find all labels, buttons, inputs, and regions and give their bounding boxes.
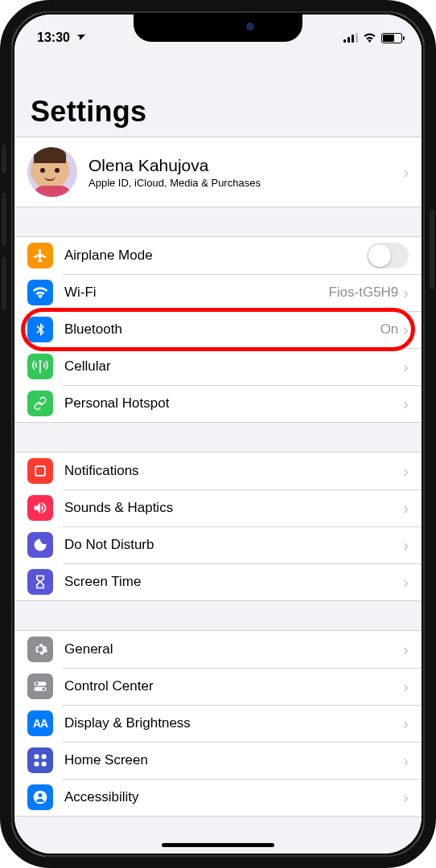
display-row[interactable]: AADisplay & Brightness› — [14, 705, 422, 742]
screentime-label: Screen Time — [64, 574, 403, 590]
svg-rect-8 — [35, 762, 39, 767]
wifi-icon — [27, 280, 53, 305]
moon-icon — [27, 532, 53, 558]
chevron-right-icon: › — [403, 573, 409, 592]
homescreen-row[interactable]: Home Screen› — [14, 742, 422, 779]
svg-rect-6 — [35, 755, 39, 760]
svg-rect-7 — [42, 755, 47, 760]
chevron-right-icon: › — [403, 284, 409, 302]
chevron-right-icon: › — [403, 788, 409, 807]
bluetooth-row[interactable]: BluetoothOn› — [14, 311, 422, 348]
notifications-label: Notifications — [64, 463, 403, 479]
svg-rect-1 — [36, 467, 44, 475]
bluetooth-icon — [27, 317, 53, 342]
status-time: 13:30 — [37, 31, 70, 45]
location-icon — [73, 30, 88, 45]
speaker-icon — [27, 495, 53, 521]
grid-icon — [27, 747, 53, 773]
controlcenter-label: Control Center — [64, 678, 403, 694]
chevron-right-icon: › — [403, 641, 409, 659]
wifi-row[interactable]: Wi-FiFios-tG5H9› — [14, 274, 422, 311]
AA-icon: AA — [27, 710, 53, 736]
home-indicator[interactable] — [162, 843, 274, 847]
wifi-icon — [363, 31, 376, 45]
notifications-row[interactable]: Notifications› — [14, 452, 422, 489]
profile-name: Olena Kahujova — [88, 156, 403, 175]
display-label: Display & Brightness — [64, 715, 403, 731]
bluetooth-value: On — [380, 321, 399, 338]
hotspot-row[interactable]: Personal Hotspot› — [14, 385, 422, 422]
screentime-row[interactable]: Screen Time› — [14, 563, 422, 600]
apple-id-row[interactable]: Olena Kahujova Apple ID, iCloud, Media &… — [14, 137, 422, 207]
link-icon — [27, 391, 53, 416]
chevron-right-icon: › — [403, 395, 409, 413]
svg-point-11 — [39, 793, 43, 797]
general-row[interactable]: General› — [14, 631, 422, 668]
controlcenter-row[interactable]: Control Center› — [14, 668, 422, 705]
accessibility-row[interactable]: Accessibility› — [14, 779, 422, 816]
bell-icon — [27, 458, 53, 484]
hourglass-icon — [27, 569, 53, 595]
page-title: Settings — [14, 53, 422, 137]
chevron-right-icon: › — [403, 536, 409, 555]
dnd-label: Do Not Disturb — [64, 537, 403, 553]
wifi-label: Wi-Fi — [64, 285, 328, 301]
chevron-right-icon: › — [403, 678, 409, 696]
airplane-toggle[interactable] — [367, 243, 409, 268]
svg-point-3 — [35, 682, 39, 686]
airplane-label: Airplane Mode — [64, 248, 367, 264]
dnd-row[interactable]: Do Not Disturb› — [14, 526, 422, 563]
antenna-icon — [27, 354, 53, 379]
sounds-label: Sounds & Haptics — [64, 500, 403, 516]
cellular-signal-icon — [343, 33, 358, 43]
airplane-icon — [27, 243, 53, 268]
sounds-row[interactable]: Sounds & Haptics› — [14, 489, 422, 526]
airplane-row[interactable]: Airplane Mode — [14, 237, 422, 274]
svg-rect-9 — [42, 762, 47, 767]
bluetooth-label: Bluetooth — [64, 321, 380, 338]
chevron-right-icon: › — [403, 462, 409, 481]
general-label: General — [64, 641, 403, 657]
chevron-right-icon: › — [403, 714, 409, 733]
gear-icon — [27, 637, 53, 662]
switches-icon — [27, 674, 53, 699]
chevron-right-icon: › — [403, 321, 409, 339]
cellular-label: Cellular — [64, 358, 403, 375]
person-icon — [27, 784, 53, 810]
chevron-right-icon: › — [403, 358, 409, 376]
chevron-right-icon: › — [403, 499, 409, 518]
profile-subtitle: Apple ID, iCloud, Media & Purchases — [88, 177, 403, 189]
wifi-value: Fios-tG5H9 — [328, 285, 398, 301]
chevron-right-icon: › — [403, 163, 409, 182]
svg-point-5 — [42, 688, 45, 691]
cellular-row[interactable]: Cellular› — [14, 348, 422, 385]
battery-icon — [381, 33, 402, 43]
chevron-right-icon: › — [403, 751, 409, 770]
avatar — [27, 147, 77, 197]
hotspot-label: Personal Hotspot — [64, 395, 403, 411]
accessibility-label: Accessibility — [64, 789, 403, 805]
homescreen-label: Home Screen — [64, 752, 403, 768]
